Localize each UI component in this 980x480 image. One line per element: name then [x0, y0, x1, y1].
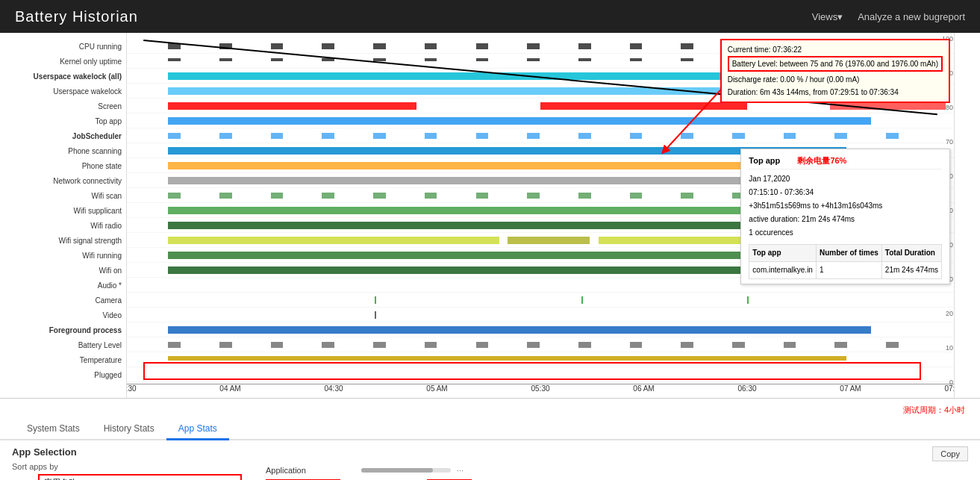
tooltip-duration: Duration: 6m 43s 144ms, from 07:29:51 to… [728, 86, 943, 99]
y-axis: 1009080706050403020100 Battery Level [954, 33, 980, 398]
topapp-duration2: active duration: 21m 24s 474ms [749, 213, 942, 226]
row-label-18: Video [0, 308, 126, 322]
y-label-9: 10 [946, 344, 953, 352]
test-period-banner: 测试周期：4小时 [0, 405, 980, 419]
time-label-2: 04:30 [324, 384, 343, 393]
topapp-occurrences: 1 occurences [749, 226, 942, 240]
row-label-1: Kernel only uptime [0, 54, 126, 69]
views-menu[interactable]: Views▾ [812, 11, 843, 22]
header-nav: Views▾ Analyze a new bugreport [812, 11, 965, 22]
topapp-red-text: 剩余电量76% [797, 156, 846, 165]
topapp-col-app: Top app [749, 244, 817, 261]
sort-row: Name 应用名称 ▼ [12, 474, 242, 480]
application-row: Application ··· [266, 466, 968, 475]
chart-area[interactable]: 03:3004 AM04:3005 AM05:3006 AM06:3007 AM… [127, 33, 954, 398]
tooltip-discharge: Discharge rate: 0.00 % / hour (0.00 mA) [728, 73, 943, 86]
row-label-12: Wifi radio [0, 218, 126, 233]
time-axis: 03:3004 AM04:3005 AM05:3006 AM06:3007 AM… [127, 384, 954, 398]
y-label-10: 0 [949, 378, 953, 386]
chart-row-22[interactable] [127, 367, 954, 382]
row-label-3: Userspace wakelock [0, 84, 126, 99]
app-slider [361, 468, 451, 473]
row-label-11: Wifi supplicant [0, 203, 126, 218]
tooltip-battery-mah: (1976.00 and 1976.00 mAh) [845, 60, 938, 68]
row-label-16: Audio * [0, 278, 126, 293]
app-stats-content: Copy Application ··· Version Name 版本2.7.… [254, 446, 980, 480]
time-label-0: 03:30 [127, 384, 137, 393]
time-label-5: 06 AM [633, 384, 654, 393]
chart-row-19[interactable] [127, 322, 954, 337]
app-slider-fill [361, 468, 433, 473]
sort-label: Sort apps by [12, 462, 242, 471]
row-label-19: Foreground process [0, 322, 126, 337]
chart-row-6[interactable] [127, 128, 954, 143]
chart-row-18[interactable] [127, 308, 954, 322]
app-selection: App Selection Sort apps by Name 应用名称 ▼ c… [0, 446, 254, 480]
topapp-col-duration: Total Duration [881, 244, 941, 261]
chart-row-20[interactable] [127, 337, 954, 352]
topapp-row-times: 1 [816, 261, 881, 278]
application-label: Application [266, 466, 355, 475]
row-label-10: Wifi scan [0, 188, 126, 203]
row-label-9: Network connectivity [0, 173, 126, 188]
row-label-5: Top app [0, 113, 126, 128]
row-label-13: Wifi signal strength [0, 233, 126, 248]
row-label-17: Camera [0, 293, 126, 308]
analyze-button[interactable]: Analyze a new bugreport [858, 11, 965, 22]
row-label-20: Battery Level [0, 337, 126, 352]
chart-container: CPU runningKernel only uptimeUserspace w… [0, 33, 980, 399]
chart-row-21[interactable] [127, 352, 954, 367]
sort-selected: 应用名称 [44, 477, 77, 480]
row-label-15: Wifi on [0, 263, 126, 278]
time-label-3: 05 AM [426, 384, 447, 393]
tooltip-current-time: Current time: 07:36:22 [728, 43, 943, 56]
topapp-table: Top app Number of times Total Duration c… [749, 244, 942, 279]
row-label-21: Temperature [0, 352, 126, 367]
time-label-4: 05:30 [531, 384, 549, 393]
row-label-4: Screen [0, 99, 126, 113]
bottom-section: 测试周期：4小时 System Stats History Stats App … [0, 399, 980, 480]
row-label-2: Userspace wakelock (all) [0, 69, 126, 84]
app-title: Battery Historian [15, 8, 138, 25]
app-selection-title: App Selection [12, 446, 242, 458]
app-dots: ··· [457, 466, 464, 475]
time-label-1: 04 AM [219, 384, 240, 393]
time-label-6: 06:30 [737, 384, 756, 393]
tooltip-box: Current time: 07:36:22 Battery Level: be… [720, 39, 950, 103]
row-label-8: Phone state [0, 158, 126, 173]
topapp-popup: Top app 剩余电量76% Jan 17,2020 07:15:10 - 0… [740, 149, 950, 284]
chart-row-17[interactable] [127, 293, 954, 308]
tabs-row: System Stats History Stats App Stats [0, 419, 980, 440]
topapp-date: Jan 17,2020 [749, 172, 942, 186]
row-label-22: Plugged [0, 367, 126, 382]
row-labels: CPU runningKernel only uptimeUserspace w… [0, 33, 127, 398]
topapp-time-range: 07:15:10 - 07:36:34 [749, 186, 942, 199]
bottom-content: App Selection Sort apps by Name 应用名称 ▼ c… [0, 446, 980, 480]
tab-history-stats[interactable]: History Stats [92, 419, 166, 440]
topapp-col-times: Number of times [816, 244, 881, 261]
topapp-popup-title: Top app [749, 156, 780, 165]
topapp-row-duration: 21m 24s 474ms [881, 261, 941, 278]
topapp-row-app: com.internalkye.in [749, 261, 817, 278]
chart-row-5[interactable] [127, 113, 954, 128]
copy-button[interactable]: Copy [932, 446, 968, 461]
row-label-14: Wifi running [0, 248, 126, 263]
topapp-duration1: +3h51m51s569ms to +4h13m16s043ms [749, 199, 942, 213]
sort-select-box[interactable]: 应用名称 ▼ [38, 474, 242, 480]
app-header: Battery Historian Views▾ Analyze a new b… [0, 0, 980, 33]
tab-app-stats[interactable]: App Stats [166, 419, 229, 440]
row-label-6: JobScheduler [0, 128, 126, 143]
time-label-7: 07 AM [840, 384, 861, 393]
tooltip-battery-level: Battery Level: between 75 and 76 [732, 60, 843, 68]
tab-system-stats[interactable]: System Stats [15, 419, 92, 440]
y-label-2: 80 [946, 104, 953, 111]
row-label-7: Phone scanning [0, 143, 126, 158]
row-label-0: CPU running [0, 39, 126, 54]
y-label-8: 20 [946, 310, 953, 317]
y-label-3: 70 [946, 138, 953, 146]
